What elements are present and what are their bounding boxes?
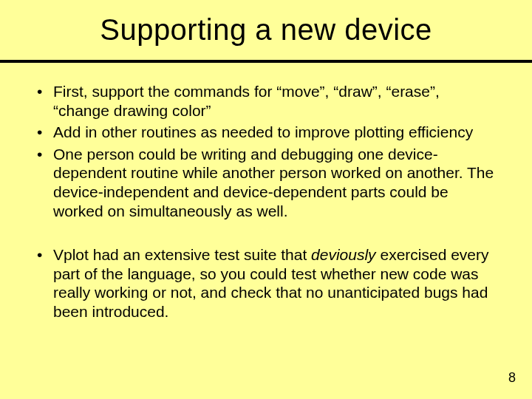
list-item: First, support the commands for “move”, … [34, 82, 498, 120]
list-item: Vplot had an extensive test suite that d… [34, 245, 498, 321]
slide-body: First, support the commands for “move”, … [0, 63, 532, 321]
bullet-text-emphasis: deviously [311, 246, 376, 263]
title-area: Supporting a new device [0, 0, 532, 55]
list-item: One person could be writing and debuggin… [34, 145, 498, 220]
list-item: Add in other routines as needed to impro… [34, 123, 498, 142]
page-number: 8 [508, 370, 516, 386]
bullet-list-2: Vplot had an extensive test suite that d… [34, 245, 498, 321]
bullet-text-pre: Vplot had an extensive test suite that [53, 246, 311, 263]
bullet-list-1: First, support the commands for “move”, … [34, 82, 498, 220]
slide-title: Supporting a new device [0, 13, 532, 47]
